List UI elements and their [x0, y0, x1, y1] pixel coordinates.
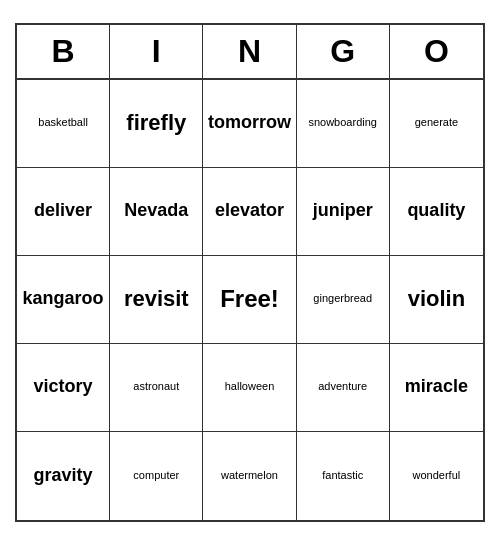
bingo-cell: miracle [390, 344, 483, 432]
cell-label: deliver [34, 200, 92, 222]
bingo-cell: watermelon [203, 432, 296, 520]
cell-label: firefly [126, 110, 186, 136]
bingo-cell: juniper [297, 168, 390, 256]
bingo-cell: gravity [17, 432, 110, 520]
cell-label: generate [415, 116, 458, 129]
cell-label: kangaroo [23, 288, 104, 310]
cell-label: juniper [313, 200, 373, 222]
bingo-cell: victory [17, 344, 110, 432]
header-letter: G [297, 25, 390, 78]
cell-label: computer [133, 469, 179, 482]
bingo-cell: halloween [203, 344, 296, 432]
cell-label: astronaut [133, 380, 179, 393]
bingo-cell: revisit [110, 256, 203, 344]
bingo-cell: tomorrow [203, 80, 296, 168]
cell-label: quality [407, 200, 465, 222]
bingo-cell: fantastic [297, 432, 390, 520]
cell-label: halloween [225, 380, 275, 393]
bingo-cell: wonderful [390, 432, 483, 520]
cell-label: victory [34, 376, 93, 398]
cell-label: fantastic [322, 469, 363, 482]
cell-label: revisit [124, 286, 189, 312]
bingo-grid: basketballfireflytomorrowsnowboardinggen… [17, 80, 483, 520]
cell-label: violin [408, 286, 465, 312]
bingo-cell: kangaroo [17, 256, 110, 344]
cell-label: elevator [215, 200, 284, 222]
bingo-cell: elevator [203, 168, 296, 256]
bingo-card: BINGO basketballfireflytomorrowsnowboard… [15, 23, 485, 522]
bingo-cell: firefly [110, 80, 203, 168]
bingo-cell: basketball [17, 80, 110, 168]
cell-label: watermelon [221, 469, 278, 482]
cell-label: gingerbread [313, 292, 372, 305]
cell-label: Free! [220, 285, 279, 314]
bingo-cell: deliver [17, 168, 110, 256]
cell-label: gravity [34, 465, 93, 487]
bingo-header: BINGO [17, 25, 483, 80]
bingo-cell: quality [390, 168, 483, 256]
bingo-cell: Free! [203, 256, 296, 344]
bingo-cell: violin [390, 256, 483, 344]
bingo-cell: gingerbread [297, 256, 390, 344]
cell-label: Nevada [124, 200, 188, 222]
header-letter: I [110, 25, 203, 78]
cell-label: wonderful [413, 469, 461, 482]
bingo-cell: computer [110, 432, 203, 520]
cell-label: miracle [405, 376, 468, 398]
cell-label: tomorrow [208, 112, 291, 134]
header-letter: B [17, 25, 110, 78]
bingo-cell: adventure [297, 344, 390, 432]
bingo-cell: astronaut [110, 344, 203, 432]
bingo-cell: snowboarding [297, 80, 390, 168]
header-letter: N [203, 25, 296, 78]
header-letter: O [390, 25, 483, 78]
bingo-cell: Nevada [110, 168, 203, 256]
cell-label: snowboarding [308, 116, 377, 129]
cell-label: basketball [38, 116, 88, 129]
cell-label: adventure [318, 380, 367, 393]
bingo-cell: generate [390, 80, 483, 168]
